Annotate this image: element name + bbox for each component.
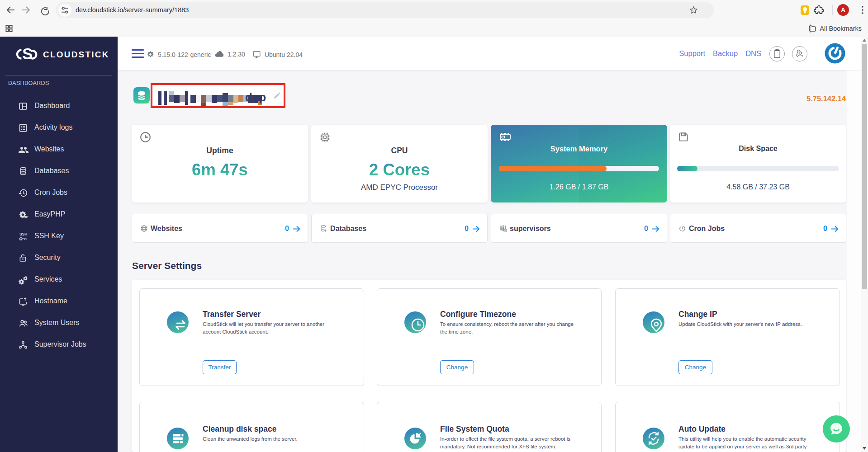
svg-text:SSH: SSH xyxy=(19,232,28,236)
svg-text:S: S xyxy=(22,46,33,62)
svg-text:PHP: PHP xyxy=(21,215,28,219)
